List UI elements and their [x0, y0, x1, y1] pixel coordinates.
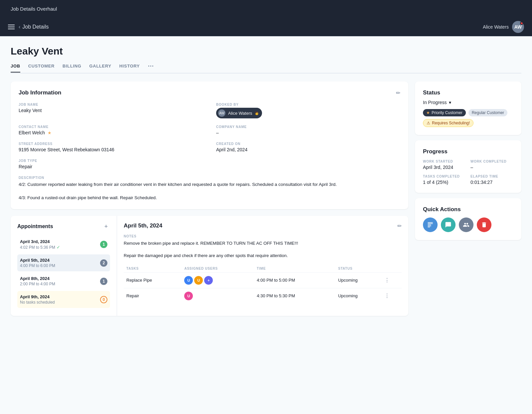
detail-edit-icon[interactable]: ✏ [397, 223, 402, 229]
hamburger-icon[interactable] [8, 25, 15, 29]
task-assigned-users: U [182, 288, 254, 304]
notes-text-1: Remove the broken pipe and replace it. R… [124, 240, 402, 247]
field-tasks-completed: TASKS COMPLETED 1 of 4 (25%) [423, 175, 466, 185]
appt-badge: 0 [100, 296, 107, 303]
company-name-value: – [216, 130, 400, 135]
field-job-type: JOB TYPE Repair [19, 159, 203, 169]
back-nav-button[interactable]: ‹ Job Details [19, 24, 49, 30]
tab-job[interactable]: JOB [11, 64, 20, 72]
appt-item-info: April 3rd, 2024 4:02 PM to 5:36 PM ✓ [20, 239, 60, 250]
task-time: 4:30 PM to 5:30 PM [254, 288, 335, 304]
notification-dot [520, 22, 523, 25]
priority-customer-tag: ★ Priority Customer [423, 109, 466, 116]
contact-star-icon: ★ [48, 130, 52, 135]
detail-header: April 5th, 2024 ✏ [124, 222, 402, 229]
add-appointment-button[interactable]: + [102, 222, 110, 230]
appt-badge: 1 [100, 241, 107, 248]
work-completed-label: WORK COMPLETED [470, 160, 513, 163]
job-name-value: Leaky Vent [19, 108, 203, 113]
description-label: DESCRIPTION [19, 176, 400, 180]
appt-item-info: April 8th, 2024 2:00 PM to 4:00 PM [20, 276, 55, 286]
job-name-label: JOB NAME [19, 103, 203, 106]
notes-action-button[interactable] [423, 217, 438, 232]
field-job-name: JOB NAME Leaky Vent [19, 103, 203, 118]
tab-bar: JOB CUSTOMER BILLING GALLERY HISTORY ⋯ [11, 62, 521, 73]
avatar[interactable]: AW [512, 21, 524, 33]
notes-text-2: Repair the damaged pipe and check if the… [124, 252, 402, 259]
work-started-value: April 3rd, 2024 [423, 165, 466, 170]
appt-item-info: April 5th, 2024 4:00 PM to 6:00 PM [20, 258, 55, 268]
booked-by-badge: AW Alice Waters 🧑 [216, 108, 262, 118]
appt-date: April 5th, 2024 [20, 258, 55, 263]
task-row-menu-icon[interactable]: ⋮ [384, 293, 390, 299]
tab-billing[interactable]: BILLING [63, 64, 81, 72]
content-grid: Job Information ✏ JOB NAME Leaky Vent BO… [11, 81, 521, 316]
page-title: Leaky Vent [11, 46, 521, 57]
notes-label: NOTES [124, 234, 402, 238]
message-action-button[interactable] [441, 217, 456, 232]
status-card: Status In Progress ▾ ★ Priority Customer… [415, 81, 521, 135]
booked-by-label: BOOKED BY [216, 103, 400, 106]
bottom-grid: Appointments + April 3rd, 2024 4:02 PM t… [11, 216, 408, 316]
warning-icon: ⚠ [427, 121, 430, 125]
appointment-item[interactable]: April 8th, 2024 2:00 PM to 4:00 PM 1 [17, 273, 110, 290]
status-title: Status [423, 89, 513, 96]
booked-by-name: Alice Waters [228, 111, 252, 116]
appt-date: April 3rd, 2024 [20, 239, 60, 244]
edit-icon[interactable]: ✏ [396, 90, 400, 96]
work-completed-value: – [470, 165, 513, 170]
job-type-label: JOB TYPE [19, 159, 203, 163]
elapsed-time-value: 0:01:34:27 [470, 180, 513, 185]
field-elapsed-time: ELAPSED TIME 0:01:34:27 [470, 175, 513, 185]
elapsed-time-label: ELAPSED TIME [470, 175, 513, 178]
warning-tag-label: Requires Scheduling! [432, 121, 470, 125]
requires-scheduling-tag: ⚠ Requires Scheduling! [423, 119, 473, 127]
detail-panel: April 5th, 2024 ✏ NOTES Remove the broke… [117, 216, 408, 316]
description-text-1: 4/2: Customer reported water leaking fro… [19, 181, 400, 188]
job-info-title: Job Information [19, 89, 61, 96]
booked-by-value: AW Alice Waters 🧑 [216, 108, 400, 118]
field-booked-by: BOOKED BY AW Alice Waters 🧑 [216, 103, 400, 118]
tab-more-icon[interactable]: ⋯ [148, 62, 154, 73]
contact-name-label: CONTACT NAME [19, 125, 203, 129]
priority-tag-label: Priority Customer [432, 110, 463, 115]
description-text-2: 4/3: Found a rusted-out drain pipe behin… [19, 194, 400, 202]
tab-customer[interactable]: CUSTOMER [28, 64, 55, 72]
appt-time: 2:00 PM to 4:00 PM [20, 282, 55, 286]
back-chevron-icon: ‹ [19, 24, 20, 30]
task-assigned-users: U U + [182, 272, 254, 288]
task-row-menu-icon[interactable]: ⋮ [384, 277, 390, 283]
user-avatar: + [204, 276, 213, 285]
field-description: DESCRIPTION 4/2: Customer reported water… [19, 176, 400, 201]
tab-gallery[interactable]: GALLERY [89, 64, 111, 72]
notes-icon [427, 221, 434, 228]
progress-card: Progress WORK STARTED April 3rd, 2024 WO… [415, 140, 521, 193]
appointment-item[interactable]: April 9th, 2024 No tasks scheduled 0 [17, 291, 110, 308]
card-header: Job Information ✏ [19, 89, 400, 96]
regular-customer-tag: Regular Customer [468, 109, 507, 116]
job-information-card: Job Information ✏ JOB NAME Leaky Vent BO… [11, 81, 408, 209]
star-icon: ★ [426, 110, 430, 115]
appointments-title: Appointments [17, 223, 53, 229]
tab-history[interactable]: HISTORY [119, 64, 140, 72]
main-content: Leaky Vent JOB CUSTOMER BILLING GALLERY … [0, 36, 532, 414]
col-time: TIME [254, 265, 335, 273]
field-created-on: CREATED ON April 2nd, 2024 [216, 142, 400, 152]
appointments-panel: Appointments + April 3rd, 2024 4:02 PM t… [11, 216, 117, 316]
task-name: Repair [124, 288, 182, 304]
task-row: Repair U 4:30 PM to 5:30 PM Upcoming ⋮ [124, 288, 402, 304]
app-title-bar: Job Details Overhaul [0, 0, 532, 18]
app-title: Job Details Overhaul [11, 6, 57, 12]
appointment-item[interactable]: April 3rd, 2024 4:02 PM to 5:36 PM ✓ 1 [17, 236, 110, 253]
delete-icon [481, 221, 487, 228]
quick-action-buttons [423, 217, 513, 232]
delete-action-button[interactable] [477, 217, 491, 232]
status-current: In Progress [423, 100, 447, 105]
appointments-header: Appointments + [17, 222, 110, 230]
col-menu [382, 265, 402, 273]
appointment-item[interactable]: April 5th, 2024 4:00 PM to 6:00 PM 2 [17, 254, 110, 271]
work-started-label: WORK STARTED [423, 160, 466, 163]
user-action-button[interactable] [459, 217, 473, 232]
field-contact-name: CONTACT NAME Elbert Welch ★ [19, 125, 203, 135]
status-dropdown[interactable]: In Progress ▾ [423, 100, 451, 105]
